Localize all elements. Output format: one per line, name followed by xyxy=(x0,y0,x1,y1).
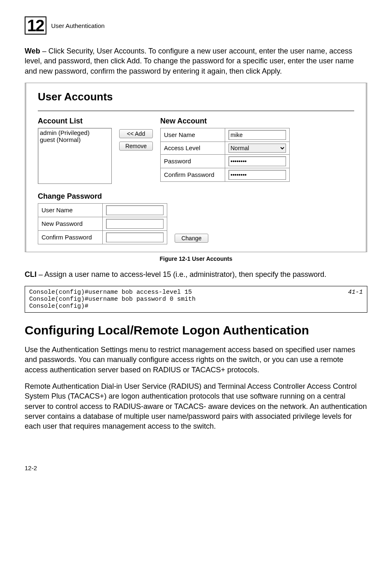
list-item[interactable]: admin (Privileged) xyxy=(40,129,110,136)
new-account-column: New Account User Name Access Level Norma… xyxy=(160,117,290,182)
section-heading: Configuring Local/Remote Logon Authentic… xyxy=(25,323,367,337)
cp-user-name-label: User Name xyxy=(38,203,103,217)
page-number: 12-2 xyxy=(25,464,367,471)
cp-new-password-label: New Password xyxy=(38,217,103,230)
intro-text: – Click Security, User Accounts. To conf… xyxy=(25,47,354,75)
code-ref: 41-1 xyxy=(348,289,363,310)
password-label: Password xyxy=(161,154,225,168)
divider xyxy=(38,111,354,111)
cp-new-password-input[interactable] xyxy=(106,219,164,229)
account-list-box[interactable]: admin (Privileged) guest (Normal) xyxy=(38,128,112,184)
change-password-table: User Name New Password Confirm Password xyxy=(38,203,167,244)
code-block: Console(config)#username bob access-leve… xyxy=(25,286,367,313)
list-item[interactable]: guest (Normal) xyxy=(40,136,110,143)
cp-confirm-password-label: Confirm Password xyxy=(38,230,103,244)
cli-lead: CLI xyxy=(25,270,37,279)
user-name-label: User Name xyxy=(161,128,225,142)
change-password-heading: Change Password xyxy=(38,192,354,201)
cp-confirm-password-input[interactable] xyxy=(106,232,164,242)
chapter-title: User Authentication xyxy=(51,22,105,29)
figure-caption: Figure 12-1 User Accounts xyxy=(25,255,367,262)
intro-lead: Web xyxy=(25,47,40,55)
access-level-label: Access Level xyxy=(161,142,225,154)
code-lines: Console(config)#username bob access-leve… xyxy=(29,289,196,310)
user-name-input[interactable] xyxy=(228,130,286,140)
cli-text: – Assign a user name to access-level 15 … xyxy=(37,270,326,279)
change-button[interactable]: Change xyxy=(175,234,208,243)
body-paragraph-1: Use the Authentication Settings menu to … xyxy=(25,345,367,375)
panel-title: User Accounts xyxy=(38,91,354,103)
confirm-password-label: Confirm Password xyxy=(161,168,225,181)
cli-paragraph: CLI – Assign a user name to access-level… xyxy=(25,269,367,279)
new-account-heading: New Account xyxy=(160,117,290,125)
intro-paragraph: Web – Click Security, User Accounts. To … xyxy=(25,46,367,76)
account-list-column: Account List admin (Privileged) guest (N… xyxy=(38,117,112,184)
change-password-section: Change Password User Name New Password C… xyxy=(38,192,354,244)
confirm-password-input[interactable] xyxy=(228,170,286,180)
add-button[interactable]: << Add xyxy=(119,129,153,138)
account-list-heading: Account List xyxy=(38,117,112,125)
user-accounts-panel: User Accounts Account List admin (Privil… xyxy=(25,83,367,252)
new-account-table: User Name Access Level Normal Password xyxy=(160,128,290,182)
chapter-number: 12 xyxy=(25,16,46,35)
password-input[interactable] xyxy=(228,156,286,166)
access-level-select[interactable]: Normal xyxy=(228,144,286,153)
list-buttons-column: << Add Remove xyxy=(119,129,153,151)
remove-button[interactable]: Remove xyxy=(119,142,153,151)
body-paragraph-2: Remote Authentication Dial-in User Servi… xyxy=(25,381,367,431)
page-header: 12 User Authentication xyxy=(25,16,367,35)
cp-user-name-input[interactable] xyxy=(106,205,164,215)
